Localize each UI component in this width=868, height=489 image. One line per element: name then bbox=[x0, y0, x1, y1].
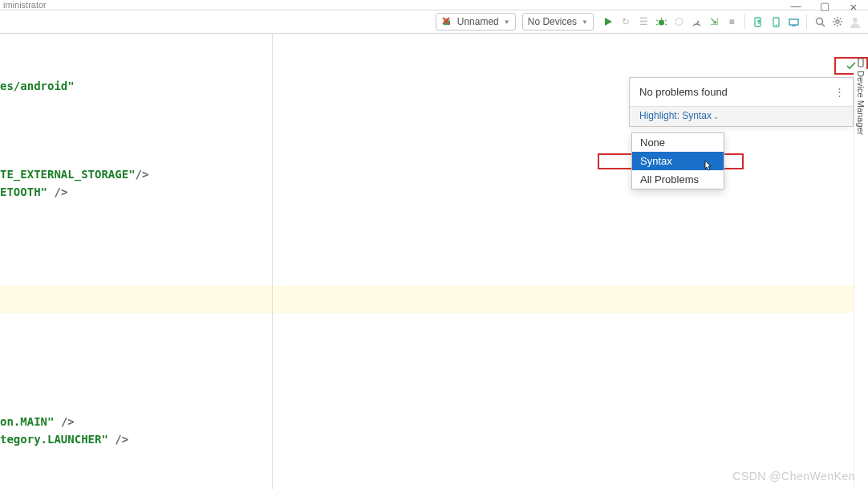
code-line: tegory.LAUNCHER" /> bbox=[0, 430, 128, 448]
device-manager-tool-tab[interactable]: Device Manager bbox=[854, 55, 868, 135]
svg-line-8 bbox=[656, 24, 658, 25]
more-menu-icon[interactable]: ⋮ bbox=[834, 86, 845, 98]
svg-rect-14 bbox=[789, 19, 798, 25]
svg-point-4 bbox=[659, 19, 664, 25]
profile-account-icon[interactable] bbox=[847, 14, 863, 30]
dropdown-triangle-icon: ▼ bbox=[582, 18, 588, 26]
sync-icon[interactable] bbox=[750, 14, 766, 30]
code-line: TE_EXTERNAL_STORAGE"/> bbox=[0, 165, 148, 183]
search-icon[interactable] bbox=[812, 14, 828, 30]
main-toolbar: Unnamed ▼ No Devices ▼ ↻ ☰ ⬡ ⇲ ■ bbox=[0, 10, 868, 33]
editor-main-pane[interactable]: No problems found ⋮ Highlight: Syntax⌄ N… bbox=[273, 34, 868, 489]
svg-rect-27 bbox=[858, 59, 863, 67]
svg-line-25 bbox=[840, 18, 841, 19]
toolbar-divider bbox=[744, 14, 745, 29]
editor-left-pane[interactable]: es/android" TE_EXTERNAL_STORAGE"/> ETOOT… bbox=[0, 34, 273, 489]
code-line: ETOOTH" /> bbox=[0, 183, 67, 201]
apply-changes-icon[interactable]: ↻ bbox=[618, 14, 634, 30]
avd-manager-icon[interactable] bbox=[768, 14, 784, 30]
svg-line-22 bbox=[834, 18, 835, 19]
minimize-icon[interactable]: — bbox=[781, 0, 810, 16]
toolbar-divider bbox=[806, 14, 807, 29]
svg-point-26 bbox=[853, 18, 858, 22]
inspection-status-text: No problems found bbox=[639, 86, 728, 98]
highlight-option-none[interactable]: None bbox=[632, 133, 724, 152]
toolbar-icons: ↻ ☰ ⬡ ⇲ ■ bbox=[600, 14, 863, 30]
code-line: on.MAIN" /> bbox=[0, 413, 75, 430]
sdk-manager-icon[interactable] bbox=[785, 14, 801, 30]
device-dropdown[interactable]: No Devices ▼ bbox=[522, 13, 594, 31]
svg-point-13 bbox=[775, 24, 777, 26]
run-icon[interactable] bbox=[600, 14, 616, 30]
maximize-icon[interactable]: ▢ bbox=[810, 0, 839, 16]
code-line: es/android" bbox=[0, 77, 75, 95]
svg-point-15 bbox=[816, 18, 822, 24]
svg-line-24 bbox=[834, 24, 835, 25]
dropdown-triangle-icon: ▼ bbox=[504, 18, 510, 26]
svg-line-23 bbox=[840, 24, 841, 25]
svg-line-10 bbox=[696, 21, 699, 24]
device-manager-icon bbox=[856, 58, 866, 67]
window-title: iministrator bbox=[0, 0, 868, 10]
svg-line-6 bbox=[656, 20, 658, 21]
inspection-popup: No problems found ⋮ Highlight: Syntax⌄ bbox=[629, 77, 854, 127]
device-label: No Devices bbox=[528, 16, 577, 27]
cursor-pointer-icon bbox=[702, 160, 713, 173]
run-config-dropdown[interactable]: Unnamed ▼ bbox=[436, 13, 516, 31]
inspection-status-row: No problems found ⋮ bbox=[630, 78, 853, 106]
settings-icon[interactable] bbox=[829, 14, 846, 30]
svg-line-16 bbox=[821, 23, 825, 26]
editor-content: es/android" TE_EXTERNAL_STORAGE"/> ETOOT… bbox=[0, 34, 868, 489]
svg-line-7 bbox=[665, 20, 667, 21]
window-title-text: iministrator bbox=[3, 0, 47, 10]
debug-icon[interactable] bbox=[653, 14, 669, 30]
run-config-label: Unnamed bbox=[457, 16, 499, 27]
highlight-mode-button[interactable]: Highlight: Syntax⌄ bbox=[630, 106, 853, 126]
watermark-text: CSDN @ChenWenKen bbox=[732, 470, 855, 483]
svg-rect-11 bbox=[755, 18, 761, 26]
coverage-icon[interactable]: ⬡ bbox=[671, 14, 687, 30]
android-invalid-icon bbox=[441, 16, 452, 27]
window-controls: — ▢ × bbox=[781, 0, 868, 16]
highlight-label: Highlight: Syntax bbox=[639, 110, 712, 121]
svg-line-9 bbox=[665, 24, 667, 25]
profile-icon[interactable] bbox=[688, 14, 704, 30]
chevron-down-icon: ⌄ bbox=[713, 113, 719, 120]
instant-run-icon[interactable]: ☰ bbox=[635, 14, 651, 30]
attach-debugger-icon[interactable]: ⇲ bbox=[706, 14, 722, 30]
close-icon[interactable]: × bbox=[839, 0, 868, 16]
svg-point-17 bbox=[836, 20, 839, 23]
stop-icon[interactable]: ■ bbox=[724, 14, 740, 30]
device-manager-label: Device Manager bbox=[856, 71, 866, 135]
